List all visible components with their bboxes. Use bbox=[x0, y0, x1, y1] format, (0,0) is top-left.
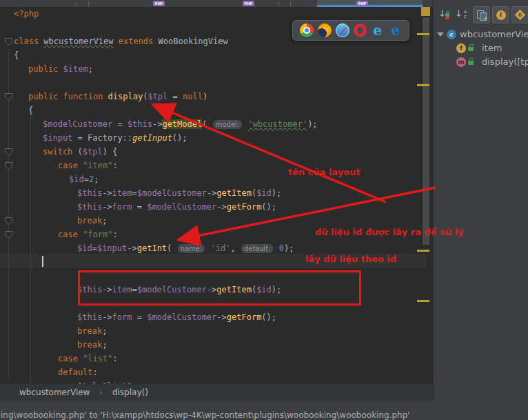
code-editor[interactable]: <?phpclass wbcustomerView extends WooBoo… bbox=[0, 7, 433, 384]
firefox-icon[interactable] bbox=[318, 23, 332, 37]
breadcrumb-method[interactable]: display() bbox=[112, 384, 148, 401]
code-token: "form" bbox=[83, 230, 112, 239]
code-token: ); bbox=[307, 119, 317, 129]
sort-by-visibility-icon[interactable]: ↓ bbox=[438, 8, 451, 21]
code-token: -> bbox=[102, 285, 112, 294]
code-token: "list" bbox=[83, 354, 112, 363]
toolbar-separator bbox=[469, 8, 470, 21]
code-token: $this bbox=[77, 285, 102, 294]
pages-plus-icon: + bbox=[477, 10, 487, 20]
code-line: $this->form = $modelCustomer->getForm(); bbox=[77, 310, 276, 324]
show-constants-button[interactable]: c bbox=[511, 6, 528, 23]
code-line: $input = Factory::getInput(); bbox=[43, 131, 187, 145]
code-token: getItem bbox=[216, 188, 252, 198]
code-line: public function display($tpl = null) bbox=[28, 90, 207, 103]
show-fields-button[interactable]: f bbox=[492, 6, 509, 23]
constant-badge-icon: c bbox=[515, 10, 526, 21]
code-token: ); bbox=[272, 188, 281, 198]
code-line: public $item; bbox=[28, 62, 93, 76]
status-bar: ing\woobooking.php' to 'H:\xampp\htdocs\… bbox=[0, 401, 528, 420]
fold-marker-icon[interactable] bbox=[5, 93, 12, 101]
code-line: $id=$input->getInt( name: 'id', default:… bbox=[77, 241, 294, 255]
code-token: ; bbox=[102, 216, 107, 226]
code-line: $id=2; bbox=[69, 172, 99, 186]
fold-marker-icon[interactable] bbox=[5, 231, 12, 239]
php-file-icon[interactable]: PHP bbox=[153, 1, 165, 6]
code-token: $input bbox=[43, 133, 72, 143]
code-token: ; bbox=[94, 174, 99, 184]
safari-icon[interactable] bbox=[336, 23, 349, 37]
code-token bbox=[114, 37, 119, 46]
tree-item-class[interactable]: c wbcustomerView bbox=[434, 28, 528, 41]
tab-separator bbox=[290, 1, 291, 6]
code-line: $this->item=$modelCustomer->getItem($id)… bbox=[77, 283, 281, 297]
code-line: <?php bbox=[14, 7, 39, 21]
code-token: getForm bbox=[227, 312, 262, 322]
sort-alphabetically-icon[interactable]: ↓az bbox=[454, 8, 468, 21]
code-token: : bbox=[112, 354, 117, 363]
warnings-indicator-square[interactable] bbox=[421, 7, 430, 16]
code-token: = bbox=[132, 188, 136, 198]
code-token: $modelCustomer bbox=[43, 119, 112, 129]
active-file-tab[interactable] bbox=[317, 0, 423, 7]
opera-icon[interactable] bbox=[354, 23, 367, 37]
editor-scrollbar-thumb[interactable] bbox=[423, 17, 429, 245]
code-token: ( bbox=[202, 119, 212, 129]
edge-icon[interactable]: e bbox=[389, 23, 403, 37]
structure-panel: ↓ ↓az + f c c wbcustomerView f item m di… bbox=[433, 0, 528, 401]
code-token bbox=[205, 243, 210, 253]
code-token: $id bbox=[69, 174, 84, 184]
code-token: ; bbox=[102, 340, 107, 350]
stripe-tick bbox=[417, 84, 429, 86]
code-token: getItem bbox=[216, 285, 252, 294]
breadcrumb-class[interactable]: wbcustomerView bbox=[19, 384, 90, 401]
code-token: (); bbox=[261, 202, 276, 212]
fold-marker-icon[interactable] bbox=[5, 217, 12, 225]
stripe-tick bbox=[417, 300, 429, 302]
php-file-icon[interactable]: PHP bbox=[243, 1, 254, 6]
code-token: ); bbox=[284, 243, 294, 253]
tree-item-field[interactable]: f item bbox=[434, 41, 528, 55]
code-token: -> bbox=[152, 119, 162, 129]
code-token: = bbox=[167, 92, 183, 101]
code-token: getModel bbox=[162, 119, 202, 129]
code-token: (); bbox=[261, 312, 276, 322]
code-token: $id bbox=[256, 285, 272, 294]
tree-item-method[interactable]: m display([tpl = bbox=[434, 55, 528, 69]
fold-marker-icon[interactable] bbox=[5, 162, 12, 170]
code-line: { bbox=[14, 48, 19, 62]
code-token: $modelCustomer bbox=[137, 285, 207, 294]
code-line: case "item": bbox=[58, 159, 118, 172]
code-token: $modelCustomer bbox=[147, 312, 216, 322]
fold-marker-icon[interactable] bbox=[5, 38, 12, 46]
code-token: -> bbox=[102, 202, 112, 212]
code-token: $id bbox=[77, 243, 92, 253]
status-message: ing\woobooking.php' to 'H:\xampp\htdocs\… bbox=[1, 410, 410, 420]
code-token: $this bbox=[77, 202, 102, 212]
code-token: public function bbox=[28, 92, 108, 101]
fold-marker-icon[interactable] bbox=[5, 148, 12, 156]
tree-item-label: display([tpl = bbox=[482, 57, 528, 67]
ie-icon[interactable]: e bbox=[371, 23, 385, 37]
lock-icon bbox=[468, 61, 474, 65]
php-file-icon[interactable]: PHP bbox=[356, 1, 368, 6]
code-token: = bbox=[132, 312, 147, 322]
code-token: = bbox=[112, 119, 128, 129]
code-token: = Factory:: bbox=[72, 133, 132, 143]
tab-separator bbox=[76, 1, 77, 6]
code-token: ) bbox=[203, 92, 207, 101]
code-token: (); bbox=[172, 133, 187, 143]
show-inherited-button[interactable]: + bbox=[473, 6, 490, 23]
code-line: default: bbox=[58, 366, 98, 379]
code-token: getForm bbox=[227, 202, 262, 212]
code-token: -> bbox=[207, 188, 216, 198]
code-line: break; bbox=[77, 214, 107, 228]
chevron-down-icon[interactable] bbox=[437, 32, 444, 37]
code-token: -> bbox=[102, 312, 112, 322]
structure-toolbar: ↓ ↓az + f c bbox=[434, 6, 528, 25]
code-token: extends bbox=[119, 37, 154, 46]
chrome-icon[interactable] bbox=[300, 23, 314, 37]
code-token: 0 bbox=[279, 243, 284, 253]
code-token: = bbox=[132, 202, 147, 212]
code-token: wbcustomerView bbox=[43, 37, 113, 46]
